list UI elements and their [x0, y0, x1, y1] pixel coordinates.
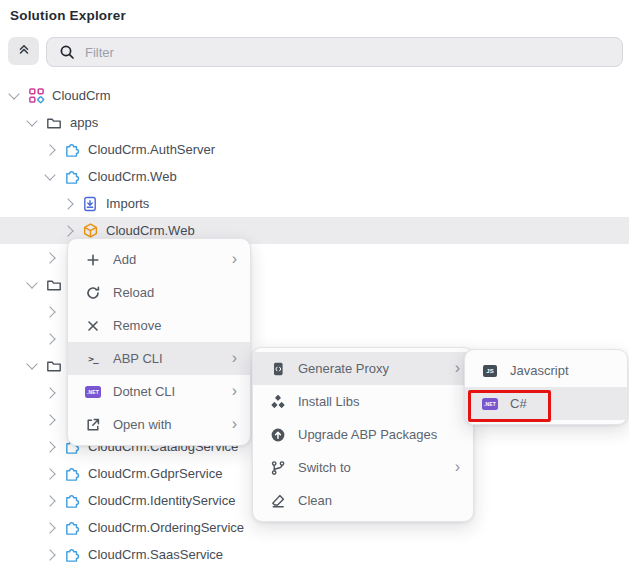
module-puzzle-icon — [62, 519, 82, 536]
solution-icon — [26, 87, 46, 104]
tree-item-authserver[interactable]: CloudCrm.AuthServer — [0, 136, 629, 163]
tree-item-label: CloudCrm — [52, 88, 111, 103]
menu-item-label: Dotnet CLI — [113, 384, 175, 399]
search-icon — [59, 44, 75, 60]
menu-item-label: Clean — [298, 493, 332, 508]
submenu-chevron-icon: › — [232, 350, 237, 368]
git-branch-icon — [269, 460, 287, 476]
tree-item-web-project[interactable]: CloudCrm.Web — [0, 163, 629, 190]
folder-icon — [44, 358, 64, 374]
menu-item-upgrade-abp-packages[interactable]: Upgrade ABP Packages — [253, 418, 473, 451]
context-menu: Add › Reload Remove >_ ABP CLI › .NET — [67, 238, 251, 446]
menu-item-label: Generate Proxy — [298, 361, 389, 376]
code-file-icon — [269, 361, 287, 377]
generate-proxy-submenu: JS Javascript .NET C# — [464, 349, 628, 425]
plus-icon — [84, 252, 102, 268]
menu-item-label: Add — [113, 252, 136, 267]
solution-explorer-panel: Solution Explorer CloudCrm — [0, 0, 629, 570]
folder-icon — [44, 277, 64, 293]
submenu-chevron-icon: › — [232, 383, 237, 401]
chevron-right-icon[interactable] — [60, 200, 76, 208]
tree-item-label: CloudCrm.Web — [88, 169, 177, 184]
menu-item-remove[interactable]: Remove — [68, 309, 250, 342]
chevron-right-icon[interactable] — [42, 497, 58, 505]
tree-item-label: CloudCrm.GdprService — [88, 466, 222, 481]
chevron-down-icon[interactable] — [24, 120, 40, 125]
submenu-chevron-icon: › — [455, 360, 460, 378]
eraser-icon — [269, 493, 287, 509]
menu-item-label: ABP CLI — [113, 351, 163, 366]
chevron-right-icon[interactable] — [42, 146, 58, 154]
chevron-right-icon[interactable] — [42, 443, 58, 451]
chevron-right-icon[interactable] — [42, 551, 58, 559]
menu-item-dotnet-cli[interactable]: .NET Dotnet CLI › — [68, 375, 250, 408]
tree-item-cloudcrm[interactable]: CloudCrm — [0, 82, 629, 109]
tree-item-label: CloudCrm.OrderingService — [88, 520, 244, 535]
module-puzzle-icon — [62, 546, 82, 563]
menu-item-label: Reload — [113, 285, 154, 300]
imports-file-icon — [80, 196, 100, 212]
chevron-down-icon[interactable] — [6, 93, 22, 98]
menu-item-add[interactable]: Add › — [68, 243, 250, 276]
module-puzzle-icon — [62, 492, 82, 509]
dotnet-badge-icon: .NET — [84, 386, 102, 398]
package-cube-icon — [80, 222, 100, 239]
chevrons-up-icon — [17, 41, 31, 61]
tree-item-label: CloudCrm.Web — [106, 223, 195, 238]
folder-icon — [44, 115, 64, 131]
filter-input[interactable] — [75, 45, 622, 60]
tree-item-label: apps — [70, 115, 98, 130]
abp-cli-submenu: Generate Proxy › Install Libs Upgrade AB… — [252, 347, 474, 522]
module-puzzle-icon — [62, 465, 82, 482]
menu-item-clean[interactable]: Clean — [253, 484, 473, 517]
menu-item-javascript[interactable]: JS Javascript — [465, 354, 627, 387]
tree-item-label: CloudCrm.AuthServer — [88, 142, 215, 157]
menu-item-generate-proxy[interactable]: Generate Proxy › — [253, 352, 473, 385]
arrow-up-circle-icon — [269, 427, 287, 443]
collapse-all-button[interactable] — [8, 37, 39, 65]
menu-item-label: Switch to — [298, 460, 351, 475]
chevron-right-icon[interactable] — [42, 308, 58, 316]
submenu-chevron-icon: › — [232, 416, 237, 434]
chevron-right-icon[interactable] — [42, 254, 58, 262]
terminal-icon: >_ — [84, 353, 102, 364]
chevron-right-icon[interactable] — [42, 416, 58, 424]
submenu-chevron-icon: › — [232, 251, 237, 269]
menu-item-abp-cli[interactable]: >_ ABP CLI › — [68, 342, 250, 375]
menu-item-label: Install Libs — [298, 394, 359, 409]
menu-item-install-libs[interactable]: Install Libs — [253, 385, 473, 418]
submenu-chevron-icon: › — [455, 459, 460, 477]
chevron-right-icon[interactable] — [42, 389, 58, 397]
refresh-icon — [84, 285, 102, 301]
chevron-right-icon[interactable] — [42, 470, 58, 478]
tree-item-label: CloudCrm.SaasService — [88, 547, 223, 562]
chevron-down-icon[interactable] — [24, 282, 40, 287]
chevron-right-icon[interactable] — [42, 335, 58, 343]
js-badge-icon: JS — [481, 365, 499, 377]
chevron-down-icon[interactable] — [24, 363, 40, 368]
chevron-down-icon[interactable] — [42, 174, 58, 179]
menu-item-label: Remove — [113, 318, 161, 333]
filter-box — [46, 37, 623, 67]
module-puzzle-icon — [62, 168, 82, 185]
tree-item-label: Imports — [106, 196, 149, 211]
open-external-icon — [84, 417, 102, 433]
menu-item-label: Javascript — [510, 363, 569, 378]
tree-item-imports[interactable]: Imports — [0, 190, 629, 217]
tree-item-saasservice[interactable]: CloudCrm.SaasService — [0, 541, 629, 568]
chevron-right-icon[interactable] — [42, 524, 58, 532]
tree-item-apps[interactable]: apps — [0, 109, 629, 136]
menu-item-open-with[interactable]: Open with › — [68, 408, 250, 441]
tree-item-label: CloudCrm.IdentityService — [88, 493, 235, 508]
panel-title: Solution Explorer — [10, 8, 126, 23]
close-icon — [84, 318, 102, 334]
module-puzzle-icon — [62, 141, 82, 158]
menu-item-label: C# — [510, 396, 527, 411]
dotnet-badge-icon: .NET — [481, 398, 499, 410]
menu-item-csharp[interactable]: .NET C# — [465, 387, 627, 420]
menu-item-switch-to[interactable]: Switch to › — [253, 451, 473, 484]
chevron-right-icon[interactable] — [60, 227, 76, 235]
menu-item-label: Upgrade ABP Packages — [298, 427, 437, 442]
menu-item-reload[interactable]: Reload — [68, 276, 250, 309]
menu-item-label: Open with — [113, 417, 172, 432]
